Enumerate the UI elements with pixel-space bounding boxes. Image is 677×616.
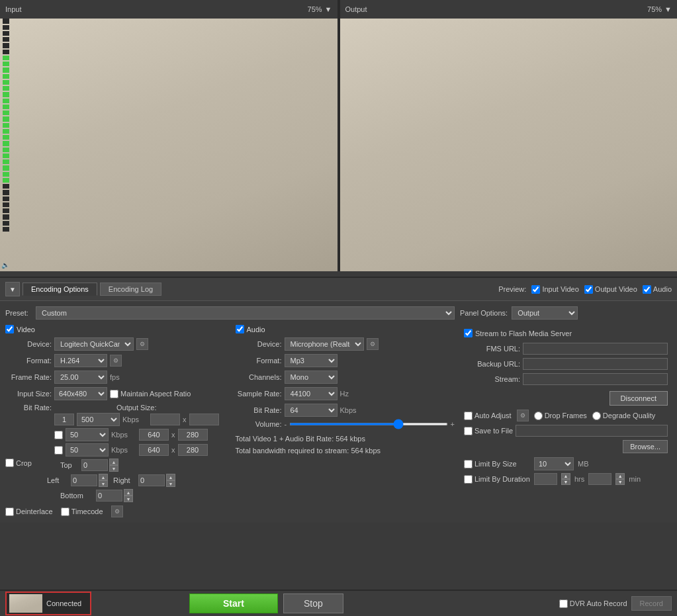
- preview-output-video-check[interactable]: [584, 285, 593, 294]
- auto-adjust-settings-icon[interactable]: ⚙: [517, 410, 529, 421]
- preview-input-video-check[interactable]: [531, 285, 540, 294]
- bitrate-check-2[interactable]: [54, 431, 63, 439]
- preview-audio-label[interactable]: Audio: [643, 285, 672, 294]
- crop-top-spin[interactable]: ▲ ▼: [109, 459, 118, 472]
- dvr-auto-record-label[interactable]: DVR Auto Record: [559, 599, 627, 608]
- audio-format-select[interactable]: Mp3: [285, 354, 338, 367]
- hrs-input[interactable]: 1: [534, 473, 557, 485]
- video-format-settings-icon[interactable]: ⚙: [110, 355, 122, 367]
- bitrate-select-1[interactable]: 500: [77, 413, 120, 426]
- volume-slider[interactable]: [289, 423, 447, 425]
- crop-right-down[interactable]: ▼: [166, 480, 175, 487]
- stream-enable-check[interactable]: [464, 329, 473, 337]
- crop-bottom-input[interactable]: 0: [96, 490, 122, 502]
- limit-duration-label[interactable]: Limit By Duration: [464, 475, 530, 484]
- crop-checkbox[interactable]: [5, 459, 14, 467]
- video-device-settings-icon[interactable]: ⚙: [136, 338, 148, 350]
- fms-url-input[interactable]: rtmp://wowza.ucnet.uoc.gr/schlive/test1: [523, 343, 668, 355]
- preview-output-video-label[interactable]: Output Video: [584, 285, 637, 294]
- crop-left-down[interactable]: ▼: [99, 480, 108, 487]
- dvr-auto-record-check[interactable]: [559, 599, 568, 608]
- collapse-button[interactable]: ▼: [5, 282, 20, 296]
- timecode-check[interactable]: [61, 507, 69, 516]
- aspect-ratio-checkbox[interactable]: [110, 390, 118, 398]
- min-down[interactable]: ▼: [615, 479, 625, 485]
- output-w-3[interactable]: [139, 444, 169, 456]
- timecode-text: Timecode: [71, 507, 103, 515]
- crop-bottom-up[interactable]: ▲: [124, 489, 133, 496]
- auto-adjust-label[interactable]: Auto Adjust: [464, 412, 512, 420]
- crop-right-input[interactable]: 0: [138, 474, 165, 486]
- video-framerate-select[interactable]: 25.00: [54, 371, 107, 384]
- crop-left-up[interactable]: ▲: [99, 474, 108, 480]
- crop-bottom-down[interactable]: ▼: [124, 496, 133, 502]
- drop-frames-radio[interactable]: [534, 412, 543, 420]
- browse-button[interactable]: Browse...: [623, 440, 668, 453]
- audio-format-label: Format:: [236, 357, 282, 365]
- backup-url-input[interactable]: [523, 358, 668, 370]
- video-device-select[interactable]: Logitech QuickCam Pro 4000: [54, 337, 134, 351]
- tab-encoding-options[interactable]: Encoding Options: [23, 283, 97, 296]
- start-button[interactable]: Start: [189, 594, 278, 613]
- bitrate-num-1[interactable]: 1: [54, 414, 74, 425]
- output-w-2[interactable]: [139, 429, 169, 441]
- audio-samplerate-select[interactable]: 44100: [285, 387, 338, 400]
- audio-bitrate-select[interactable]: 64: [285, 404, 338, 417]
- save-to-file-label[interactable]: Save to File: [464, 427, 513, 435]
- tab-encoding-log[interactable]: Encoding Log: [100, 283, 161, 296]
- hrs-spin[interactable]: ▲ ▼: [561, 473, 570, 485]
- limit-duration-check[interactable]: [464, 475, 473, 484]
- hrs-down[interactable]: ▼: [561, 479, 570, 485]
- bitrate-select-3[interactable]: 50: [66, 443, 109, 457]
- limit-size-select[interactable]: 10: [534, 457, 574, 470]
- timecode-settings-icon[interactable]: ⚙: [111, 506, 123, 517]
- bitrate-select-2[interactable]: 50: [66, 428, 109, 441]
- preview-input-video-label[interactable]: Input Video: [531, 285, 578, 294]
- disconnect-button[interactable]: Disconnect: [609, 391, 668, 406]
- crop-right-spin[interactable]: ▲ ▼: [166, 474, 175, 487]
- bitrate-check-3[interactable]: [54, 446, 63, 455]
- video-format-select[interactable]: H.264: [54, 354, 107, 367]
- degrade-quality-radio[interactable]: [592, 412, 601, 420]
- crop-bottom-spin[interactable]: ▲ ▼: [124, 489, 133, 502]
- audio-device-settings-icon[interactable]: ⚙: [367, 338, 379, 350]
- panel-options-select[interactable]: Output: [512, 306, 578, 320]
- limit-size-check[interactable]: [464, 460, 473, 468]
- min-spin[interactable]: ▲ ▼: [615, 473, 625, 485]
- crop-left-spin[interactable]: ▲ ▼: [99, 474, 108, 487]
- stop-button[interactable]: Stop: [283, 594, 343, 613]
- audio-bitrate-row: Bit Rate: 64 Kbps: [236, 404, 455, 417]
- save-path-input[interactable]: F:\sample.f4v: [516, 425, 668, 437]
- audio-enable-check[interactable]: [236, 325, 244, 333]
- degrade-quality-label[interactable]: Degrade Quality: [592, 412, 656, 420]
- record-button[interactable]: Record: [631, 596, 672, 611]
- crop-left-input[interactable]: 0: [71, 474, 97, 486]
- crop-top-input[interactable]: 0: [81, 459, 108, 471]
- crop-top-up[interactable]: ▲: [109, 459, 118, 465]
- audio-channels-select[interactable]: Mono: [285, 371, 338, 384]
- input-zoom-selector[interactable]: 75% ▼: [308, 5, 332, 13]
- deinterlace-label[interactable]: Deinterlace: [5, 507, 53, 516]
- preview-audio-check[interactable]: [643, 285, 651, 294]
- output-h-3[interactable]: [178, 444, 208, 456]
- audio-device-select[interactable]: Microphone (Realtek High Defin: [285, 337, 364, 351]
- auto-adjust-check[interactable]: [464, 412, 473, 420]
- output-zoom-selector[interactable]: 75% ▼: [647, 5, 672, 13]
- output-h-input[interactable]: 450: [189, 414, 219, 425]
- hrs-up[interactable]: ▲: [561, 473, 570, 479]
- stream-name-input[interactable]: test: [523, 373, 668, 385]
- min-input[interactable]: 0: [588, 473, 611, 485]
- drop-frames-label[interactable]: Drop Frames: [534, 412, 587, 420]
- limit-size-label[interactable]: Limit By Size: [464, 460, 530, 468]
- output-w-input[interactable]: 800: [150, 414, 180, 425]
- save-to-file-check[interactable]: [464, 427, 473, 435]
- input-size-select[interactable]: 640x480: [54, 387, 107, 400]
- preset-select[interactable]: Custom: [36, 306, 455, 320]
- min-up[interactable]: ▲: [615, 473, 625, 479]
- deinterlace-check[interactable]: [5, 507, 14, 516]
- output-h-2[interactable]: [178, 429, 208, 441]
- crop-top-down[interactable]: ▼: [109, 465, 118, 472]
- timecode-label[interactable]: Timecode: [61, 507, 103, 516]
- video-enable-check[interactable]: [5, 325, 14, 333]
- crop-right-up[interactable]: ▲: [166, 474, 175, 480]
